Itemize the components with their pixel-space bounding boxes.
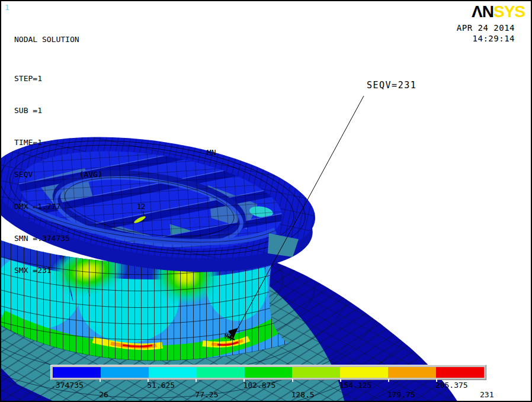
ansys-graphics-window: 1 NODAL SOLUTION STEP=1 SUB =1 TIME=1 SE…: [0, 0, 532, 402]
legend-color-segments: [53, 367, 484, 378]
legend-segment-3: [197, 367, 245, 378]
legend-segment-6: [340, 367, 388, 378]
max-stress-annotation: SEQV=231: [367, 80, 416, 91]
solution-line-smn: SMN =.374735: [14, 233, 102, 244]
legend-segment-1: [101, 367, 149, 378]
legend-segment-7: [388, 367, 436, 378]
solution-line-seqv: SEQV (AVG): [14, 169, 102, 180]
solution-title: NODAL SOLUTION: [14, 34, 102, 45]
min-node-label: MN: [207, 148, 216, 157]
solution-line-smx: SMX =231: [14, 265, 102, 276]
datetime-block: APR 24 2014 14:29:14: [457, 22, 515, 44]
stress-legend-bar: [50, 365, 486, 380]
window-number: 1: [5, 3, 9, 12]
legend-segment-4: [245, 367, 293, 378]
date-label: APR 24 2014: [457, 22, 515, 33]
legend-segment-8: [436, 367, 484, 378]
time-label: 14:29:14: [457, 33, 515, 44]
legend-segment-0: [53, 367, 101, 378]
solution-line-dmx: DMX =1.777: [14, 201, 102, 212]
solution-line-sub: SUB =1: [14, 105, 102, 116]
legend-segment-2: [149, 367, 197, 378]
max-node-label: MX: [225, 333, 232, 340]
ansys-logo-dark: ΛN: [472, 2, 493, 21]
legend-segment-5: [292, 367, 340, 378]
ansys-logo-accent: SYS: [493, 2, 525, 21]
solution-line-step: STEP=1: [14, 73, 102, 84]
solution-info-block: NODAL SOLUTION STEP=1 SUB =1 TIME=1 SEQV…: [14, 13, 102, 297]
solution-line-time: TIME=1: [14, 137, 102, 148]
entity-number-label: 12: [137, 202, 145, 211]
ansys-logo: ΛNSYS: [472, 2, 525, 21]
